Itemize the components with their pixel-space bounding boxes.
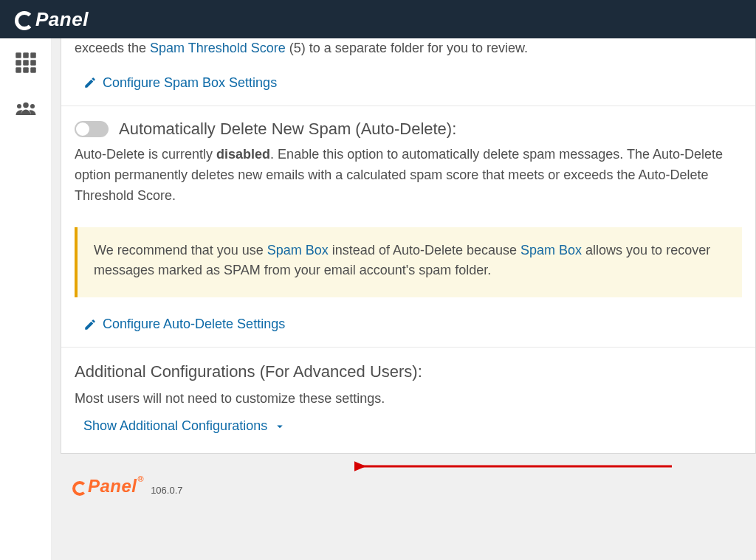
auto-delete-toggle[interactable] [75, 121, 109, 137]
auto-delete-callout: We recommend that you use Spam Box inste… [75, 227, 742, 298]
sidebar [0, 38, 52, 560]
svg-rect-3 [16, 60, 21, 66]
additional-config-subtext: Most users will not need to customize th… [75, 389, 742, 409]
cpanel-logo[interactable]: Panel [15, 8, 89, 31]
svg-rect-8 [30, 67, 36, 73]
toggle-knob [76, 122, 89, 136]
show-additional-config-link[interactable]: Show Additional Configurations [75, 409, 742, 438]
auto-delete-section: Automatically Delete New Spam (Auto-Dele… [61, 106, 755, 348]
pencil-icon [83, 76, 97, 89]
version-label: 106.0.7 [151, 485, 182, 496]
svg-rect-5 [30, 60, 36, 66]
cpanel-logo-icon [15, 11, 34, 30]
top-bar: Panel [0, 0, 756, 38]
settings-panel: exceeds the Spam Threshold Score (5) to … [61, 38, 756, 454]
svg-point-10 [17, 104, 21, 108]
svg-point-9 [23, 103, 29, 108]
additional-config-heading: Additional Configurations (For Advanced … [75, 362, 742, 381]
spam-box-link-2[interactable]: Spam Box [520, 243, 582, 257]
svg-rect-1 [23, 52, 29, 58]
svg-rect-4 [23, 60, 29, 66]
auto-delete-heading: Automatically Delete New Spam (Auto-Dele… [119, 120, 456, 139]
svg-rect-6 [16, 67, 21, 73]
svg-rect-7 [23, 67, 29, 73]
footer-cpanel-logo[interactable]: Panel® [72, 476, 143, 497]
svg-rect-2 [30, 52, 36, 58]
spam-box-link-1[interactable]: Spam Box [267, 243, 329, 257]
chevron-down-icon [273, 420, 286, 433]
svg-point-11 [30, 104, 35, 108]
configure-spam-box-link[interactable]: Configure Spam Box Settings [75, 62, 742, 91]
configure-auto-delete-link[interactable]: Configure Auto-Delete Settings [75, 303, 742, 332]
sidebar-apps-icon[interactable] [15, 52, 37, 77]
pencil-icon [83, 318, 97, 331]
spambox-section-partial: exceeds the Spam Threshold Score (5) to … [61, 38, 755, 62]
spam-threshold-link[interactable]: Spam Threshold Score [150, 41, 286, 55]
main-content: exceeds the Spam Threshold Score (5) to … [52, 38, 756, 560]
additional-config-section: Additional Configurations (For Advanced … [61, 348, 755, 453]
sidebar-users-icon[interactable] [15, 97, 37, 122]
auto-delete-description: Auto-Delete is currently disabled. Enabl… [75, 145, 742, 207]
footer-logo-icon [72, 481, 87, 496]
svg-rect-0 [16, 52, 21, 58]
annotation-arrow [354, 452, 687, 488]
